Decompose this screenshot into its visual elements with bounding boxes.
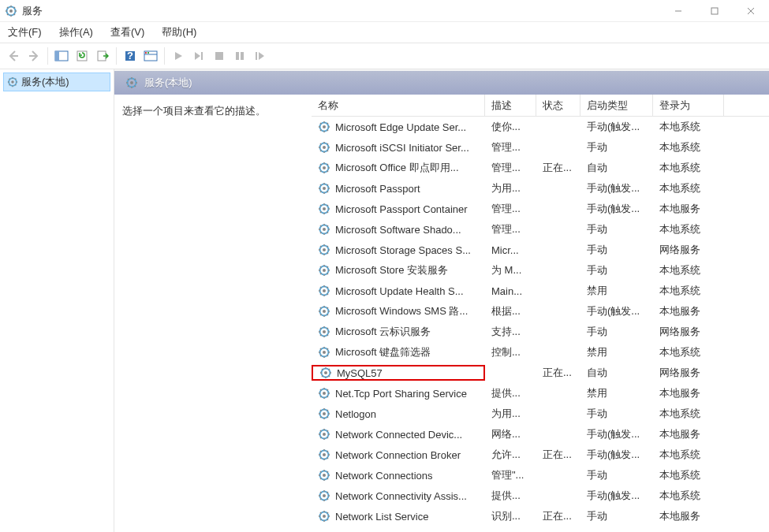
service-name: Microsoft Update Health S...: [335, 285, 464, 297]
service-desc: 支持...: [485, 325, 536, 339]
service-desc: 管理...: [485, 222, 536, 236]
refresh-button[interactable]: [72, 46, 92, 66]
help-button[interactable]: ?: [120, 46, 140, 66]
svg-rect-11: [711, 8, 718, 14]
service-row[interactable]: Microsoft 云标识服务支持...手动网络服务: [312, 322, 769, 342]
service-name-cell: Microsoft 云标识服务: [312, 325, 485, 339]
restart-service-button[interactable]: [250, 46, 271, 66]
list-header-label: 服务(本地): [144, 76, 192, 90]
service-desc: 控制...: [485, 345, 536, 359]
list-header-bar: 服务(本地): [114, 71, 769, 95]
service-row[interactable]: Microsoft Storage Spaces S...Micr...手动网络…: [312, 240, 769, 260]
service-icon: [318, 448, 330, 461]
toolbar-separator: [164, 47, 165, 65]
nav-back-button[interactable]: [3, 46, 24, 66]
service-row[interactable]: Netlogon为用...手动本地系统: [312, 404, 769, 424]
close-button[interactable]: [733, 0, 769, 22]
service-row[interactable]: Network Connected Devic...网络...手动(触发...本…: [312, 424, 769, 445]
export-list-button[interactable]: [92, 46, 113, 66]
tree-pane[interactable]: 服务(本地): [0, 69, 114, 532]
service-logon: 本地服务: [653, 509, 724, 523]
service-logon: 本地服务: [653, 427, 724, 441]
maximize-button[interactable]: [696, 0, 733, 22]
service-startup: 手动(触发...: [580, 427, 653, 441]
service-row[interactable]: Microsoft Update Health S...Main...禁用本地系…: [312, 281, 769, 301]
service-row[interactable]: Microsoft Office 即点即用...管理...正在...自动本地系统: [312, 158, 769, 178]
service-status: 正在...: [536, 161, 580, 175]
service-desc: Micr...: [485, 244, 536, 256]
service-name: Microsoft Passport Container: [335, 203, 468, 215]
service-logon: 网络服务: [653, 325, 724, 339]
properties-button[interactable]: [140, 46, 161, 66]
pause-service-button[interactable]: [230, 46, 250, 66]
service-name: Microsoft Edge Update Ser...: [335, 121, 466, 133]
column-status[interactable]: 状态: [536, 95, 580, 116]
menubar: 文件(F) 操作(A) 查看(V) 帮助(H): [0, 22, 769, 43]
column-desc[interactable]: 描述: [485, 95, 536, 116]
column-logon[interactable]: 登录为: [653, 95, 724, 116]
service-name: Microsoft Passport: [335, 183, 420, 195]
service-row[interactable]: Network Connectivity Assis...提供...手动(触发.…: [312, 485, 769, 506]
service-name: Network Connections: [335, 470, 433, 482]
menu-file[interactable]: 文件(F): [5, 24, 45, 41]
service-name-cell: Netlogon: [312, 407, 485, 420]
service-desc: 提供...: [485, 489, 536, 503]
service-row[interactable]: Network Connection Broker允许...正在...手动(触发…: [312, 445, 769, 465]
service-name: Network Connection Broker: [335, 449, 461, 461]
service-icon: [318, 141, 330, 154]
service-startup: 手动(触发...: [580, 120, 653, 134]
service-logon: 本地系统: [653, 222, 724, 236]
menu-help[interactable]: 帮助(H): [159, 24, 200, 41]
service-logon: 本地系统: [653, 181, 724, 195]
service-startup: 禁用: [580, 386, 653, 400]
stop-service-button[interactable]: [209, 46, 230, 66]
start-service-button[interactable]: [168, 46, 189, 66]
service-row[interactable]: Network Connections管理"...手动本地系统: [312, 465, 769, 485]
service-icon: [318, 203, 330, 215]
service-row[interactable]: Microsoft Passport为用...手动(触发...本地系统: [312, 178, 769, 199]
service-row[interactable]: Microsoft Passport Container管理...手动(触发..…: [312, 199, 769, 219]
services-table: 名称 描述 状态 启动类型 登录为 Microsoft Edge Update …: [312, 95, 769, 532]
service-row[interactable]: Microsoft Windows SMS 路...根据...手动(触发...本…: [312, 301, 769, 322]
service-name: Network List Service: [335, 511, 428, 523]
service-row[interactable]: Microsoft 键盘筛选器控制...禁用本地系统: [312, 342, 769, 363]
service-row[interactable]: Microsoft Software Shado...管理...手动本地系统: [312, 219, 769, 240]
main-pane: 服务(本地) 选择一个项目来查看它的描述。 名称 描述 状态 启动类型 登录为 …: [114, 69, 769, 532]
service-name-cell: Network List Service: [312, 510, 485, 523]
service-name-cell: Microsoft Update Health S...: [312, 285, 485, 297]
service-icon: [318, 407, 330, 420]
nav-forward-button[interactable]: [24, 46, 44, 66]
svg-rect-15: [55, 51, 59, 61]
service-icon: [318, 223, 330, 236]
service-row[interactable]: Microsoft Edge Update Ser...使你...手动(触发..…: [312, 117, 769, 137]
start-once-button[interactable]: [189, 46, 209, 66]
svg-rect-27: [241, 52, 244, 60]
service-desc: 管理...: [485, 140, 536, 154]
service-desc: 管理...: [485, 202, 536, 216]
menu-view[interactable]: 查看(V): [107, 24, 147, 41]
service-row[interactable]: Net.Tcp Port Sharing Service提供...禁用本地服务: [312, 383, 769, 404]
service-name-cell: Microsoft Office 即点即用...: [312, 161, 485, 175]
service-desc: 使你...: [485, 120, 536, 134]
services-list[interactable]: Microsoft Edge Update Ser...使你...手动(触发..…: [312, 117, 769, 532]
service-logon: 本地系统: [653, 140, 724, 154]
service-icon: [318, 510, 330, 523]
service-startup: 手动: [580, 325, 653, 339]
service-startup: 手动: [580, 468, 653, 482]
column-startup[interactable]: 启动类型: [580, 95, 653, 116]
service-row[interactable]: Network List Service识别...正在...手动本地服务: [312, 506, 769, 526]
service-icon: [319, 366, 332, 379]
column-name[interactable]: 名称: [312, 95, 485, 116]
service-logon: 本地系统: [653, 263, 724, 277]
svg-rect-28: [256, 52, 257, 60]
tree-item-services-local[interactable]: 服务(本地): [3, 73, 110, 91]
menu-action[interactable]: 操作(A): [56, 24, 96, 41]
service-row[interactable]: MySQL57正在...自动网络服务: [312, 363, 769, 383]
service-name-cell: Net.Tcp Port Sharing Service: [312, 387, 485, 400]
service-logon: 本地系统: [653, 120, 724, 134]
minimize-button[interactable]: [660, 0, 696, 22]
service-icon: [318, 121, 330, 133]
service-row[interactable]: Microsoft Store 安装服务为 M...手动本地系统: [312, 260, 769, 281]
service-row[interactable]: Microsoft iSCSI Initiator Ser...管理...手动本…: [312, 137, 769, 158]
show-hide-tree-button[interactable]: [51, 46, 72, 66]
